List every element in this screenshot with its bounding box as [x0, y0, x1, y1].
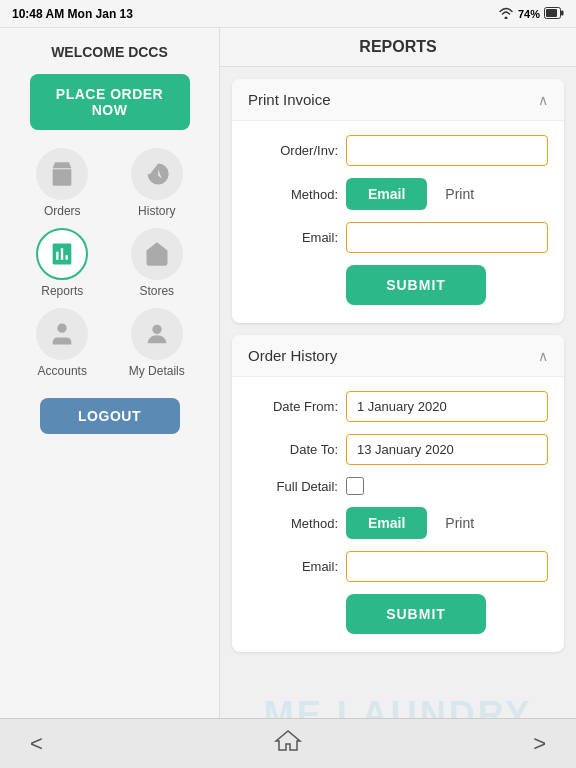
sidebar-item-accounts[interactable]: Accounts [20, 308, 105, 378]
order-history-submit-btn[interactable]: SUBMIT [346, 594, 486, 634]
full-detail-checkbox[interactable] [346, 477, 364, 495]
stores-icon-circle [131, 228, 183, 280]
svg-rect-1 [546, 9, 557, 17]
mydetails-icon-circle [131, 308, 183, 360]
svg-point-3 [152, 325, 161, 334]
order-history-method-label: Method: [248, 516, 338, 531]
accounts-icon-circle [36, 308, 88, 360]
date-to-input[interactable] [346, 434, 548, 465]
mydetails-icon [143, 320, 171, 348]
order-history-print-btn[interactable]: Print [439, 507, 480, 539]
print-invoice-email-btn[interactable]: Email [346, 178, 427, 210]
orders-icon [48, 160, 76, 188]
battery-icon [544, 7, 564, 21]
order-history-body: Date From: Date To: Full Detail: Method:… [232, 377, 564, 652]
order-history-email-row: Email: [248, 551, 548, 582]
accounts-label: Accounts [38, 364, 87, 378]
print-invoice-header: Print Invoice ∧ [232, 79, 564, 121]
order-history-header: Order History ∧ [232, 335, 564, 377]
date-to-row: Date To: [248, 434, 548, 465]
place-order-button[interactable]: PLACE ORDER NOW [30, 74, 190, 130]
sidebar-item-reports[interactable]: Reports [20, 228, 105, 298]
print-invoice-card: Print Invoice ∧ Order/Inv: Method: Email… [232, 79, 564, 323]
print-invoice-email-input[interactable] [346, 222, 548, 253]
order-history-chevron: ∧ [538, 348, 548, 364]
order-history-method-options: Email Print [346, 507, 480, 539]
date-to-label: Date To: [248, 442, 338, 457]
mydetails-label: My Details [129, 364, 185, 378]
sidebar-item-history[interactable]: History [115, 148, 200, 218]
sidebar-item-orders[interactable]: Orders [20, 148, 105, 218]
order-history-card: Order History ∧ Date From: Date To: Full… [232, 335, 564, 652]
order-history-email-label: Email: [248, 559, 338, 574]
print-invoice-submit-btn[interactable]: SUBMIT [346, 265, 486, 305]
nav-icon-grid: Orders History Reports [10, 148, 209, 378]
print-invoice-print-btn[interactable]: Print [439, 178, 480, 210]
accounts-icon [48, 320, 76, 348]
panel-title: REPORTS [220, 28, 576, 67]
stores-icon [143, 240, 171, 268]
full-detail-label: Full Detail: [248, 479, 338, 494]
orders-label: Orders [44, 204, 81, 218]
order-history-method-row: Method: Email Print [248, 507, 548, 539]
full-detail-row: Full Detail: [248, 477, 548, 495]
print-invoice-method-options: Email Print [346, 178, 480, 210]
home-button[interactable] [274, 729, 302, 759]
order-inv-input[interactable] [346, 135, 548, 166]
welcome-text: WELCOME DCCS [51, 44, 168, 60]
history-icon [143, 160, 171, 188]
wifi-icon [498, 7, 514, 21]
content-panel: REPORTS Print Invoice ∧ Order/Inv: Metho… [220, 28, 576, 718]
forward-button[interactable]: > [533, 731, 546, 757]
order-inv-row: Order/Inv: [248, 135, 548, 166]
order-history-email-btn[interactable]: Email [346, 507, 427, 539]
status-bar: 10:48 AM Mon Jan 13 74% [0, 0, 576, 28]
order-inv-label: Order/Inv: [248, 143, 338, 158]
order-history-email-input[interactable] [346, 551, 548, 582]
sidebar: WELCOME DCCS PLACE ORDER NOW Orders [0, 28, 220, 718]
print-invoice-body: Order/Inv: Method: Email Print Email: SU… [232, 121, 564, 323]
reports-icon [48, 240, 76, 268]
orders-icon-circle [36, 148, 88, 200]
date-from-label: Date From: [248, 399, 338, 414]
sidebar-item-stores[interactable]: Stores [115, 228, 200, 298]
print-invoice-method-row: Method: Email Print [248, 178, 548, 210]
stores-label: Stores [139, 284, 174, 298]
print-invoice-chevron: ∧ [538, 92, 548, 108]
logout-button[interactable]: LOGOUT [40, 398, 180, 434]
date-from-row: Date From: [248, 391, 548, 422]
order-history-title: Order History [248, 347, 337, 364]
print-invoice-method-label: Method: [248, 187, 338, 202]
svg-rect-2 [561, 10, 564, 15]
watermark-text: ME LAUNDRY [220, 664, 576, 718]
bottom-nav: < > [0, 718, 576, 768]
history-icon-circle [131, 148, 183, 200]
sidebar-item-mydetails[interactable]: My Details [115, 308, 200, 378]
history-label: History [138, 204, 175, 218]
reports-icon-circle [36, 228, 88, 280]
back-button[interactable]: < [30, 731, 43, 757]
battery-text: 74% [518, 8, 540, 20]
reports-label: Reports [41, 284, 83, 298]
status-right: 74% [498, 7, 564, 21]
status-time: 10:48 AM Mon Jan 13 [12, 7, 133, 21]
print-invoice-email-row: Email: [248, 222, 548, 253]
print-invoice-title: Print Invoice [248, 91, 331, 108]
print-invoice-email-label: Email: [248, 230, 338, 245]
date-from-input[interactable] [346, 391, 548, 422]
